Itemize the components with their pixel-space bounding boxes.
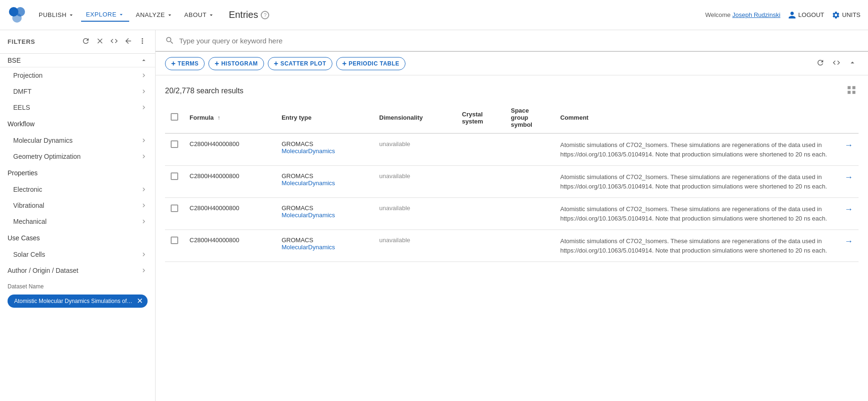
refresh-filter-button[interactable] bbox=[81, 36, 91, 48]
sidebar-item-author-origin[interactable]: Author / Origin / Dataset bbox=[0, 262, 155, 278]
top-navigation: PUBLISH EXPLORE ANALYZE ABOUT Entries ? … bbox=[0, 0, 868, 30]
sort-icon: ↑ bbox=[217, 115, 220, 121]
results-count: 20/2,778 search results bbox=[165, 87, 243, 95]
electronic-label: Electronic bbox=[13, 186, 42, 193]
nav-explore[interactable]: EXPLORE bbox=[81, 8, 129, 22]
code-icon bbox=[832, 58, 841, 67]
category-use-cases: Use Cases bbox=[0, 229, 155, 246]
use-cases-label: Use Cases bbox=[8, 234, 40, 242]
row-navigate-arrow[interactable]: → bbox=[844, 237, 853, 246]
chevron-right-icon bbox=[140, 88, 148, 95]
units-button[interactable]: UNITS bbox=[832, 11, 860, 19]
row-checkbox-cell[interactable] bbox=[165, 198, 184, 230]
row-entry-type: GROMACS MolecularDynamics bbox=[276, 133, 373, 166]
row-dimensionality: unavailable bbox=[373, 133, 456, 166]
row-dimensionality: unavailable bbox=[373, 230, 456, 262]
row-formula: C2800H40000800 bbox=[184, 230, 276, 262]
nav-publish[interactable]: PUBLISH bbox=[34, 8, 79, 21]
sidebar-item-geometry-optimization[interactable]: Geometry Optimization bbox=[0, 148, 155, 164]
grid-view-icon bbox=[846, 85, 857, 95]
add-histogram-button[interactable]: + HISTOGRAM bbox=[208, 57, 264, 70]
dataset-chip[interactable]: Atomistic Molecular Dynamics Simulations… bbox=[8, 295, 148, 308]
row-nav[interactable]: → bbox=[839, 166, 859, 198]
row-formula: C2800H40000800 bbox=[184, 166, 276, 198]
search-input[interactable] bbox=[179, 37, 859, 45]
geometry-optimization-label: Geometry Optimization bbox=[13, 153, 81, 160]
chevron-right-icon bbox=[140, 72, 148, 79]
sidebar-item-dmft[interactable]: DMFT bbox=[0, 83, 155, 99]
row-nav[interactable]: → bbox=[839, 230, 859, 262]
nav-about[interactable]: ABOUT bbox=[180, 8, 219, 21]
col-crystal-system: Crystalsystem bbox=[456, 102, 505, 133]
table-row: C2800H40000800 GROMACS MolecularDynamics… bbox=[165, 133, 859, 166]
add-terms-button[interactable]: + TERMS bbox=[165, 57, 205, 70]
svg-point-2 bbox=[12, 13, 22, 23]
help-icon[interactable]: ? bbox=[261, 11, 269, 19]
code-filter-button[interactable] bbox=[109, 36, 119, 48]
refresh-icon bbox=[82, 37, 90, 45]
row-navigate-arrow[interactable]: → bbox=[844, 140, 853, 150]
row-navigate-arrow[interactable]: → bbox=[844, 172, 853, 182]
chevron-right-icon bbox=[140, 153, 148, 160]
row-crystal-system bbox=[456, 133, 505, 166]
grid-view-button[interactable] bbox=[844, 83, 859, 98]
dmft-label: DMFT bbox=[13, 88, 32, 95]
user-name-link[interactable]: Joseph Rudzinski bbox=[732, 11, 780, 18]
sidebar-item-mechanical[interactable]: Mechanical bbox=[0, 213, 155, 229]
row-formula: C2800H40000800 bbox=[184, 198, 276, 230]
row-checkbox-cell[interactable] bbox=[165, 133, 184, 166]
sidebar-item-vibrational[interactable]: Vibrational bbox=[0, 197, 155, 213]
chevron-down-icon bbox=[68, 12, 74, 18]
table-row: C2800H40000800 GROMACS MolecularDynamics… bbox=[165, 230, 859, 262]
col-comment: Comment bbox=[554, 102, 839, 133]
close-filter-button[interactable] bbox=[95, 36, 105, 48]
nav-analyze[interactable]: ANALYZE bbox=[131, 8, 178, 21]
refresh-results-button[interactable] bbox=[814, 57, 827, 70]
more-vert-icon bbox=[138, 37, 147, 45]
more-filter-button[interactable] bbox=[137, 36, 148, 48]
row-comment: Atomistic simulations of C7O2_Isomers. T… bbox=[554, 198, 839, 230]
sidebar-item-molecular-dynamics[interactable]: Molecular Dynamics bbox=[0, 132, 155, 148]
row-nav[interactable]: → bbox=[839, 198, 859, 230]
col-formula[interactable]: Formula ↑ bbox=[184, 102, 276, 133]
sidebar-item-projection[interactable]: Projection bbox=[0, 67, 155, 83]
row-checkbox[interactable] bbox=[171, 172, 178, 180]
filters-title: FILTERS bbox=[8, 38, 35, 45]
refresh-icon bbox=[816, 58, 825, 67]
dataset-chip-close[interactable]: ✕ bbox=[137, 297, 143, 305]
row-checkbox-cell[interactable] bbox=[165, 166, 184, 198]
code-results-button[interactable] bbox=[830, 57, 843, 70]
sidebar-item-eels[interactable]: EELS bbox=[0, 99, 155, 115]
row-nav[interactable]: → bbox=[839, 133, 859, 166]
author-label: Author / Origin / Dataset bbox=[8, 267, 78, 274]
back-filter-button[interactable] bbox=[123, 36, 133, 48]
sidebar: FILTERS BSE bbox=[0, 30, 156, 401]
row-crystal-system bbox=[456, 166, 505, 198]
nav-right: Welcome Joseph Rudzinski LOGOUT UNITS bbox=[705, 11, 860, 19]
sidebar-item-electronic[interactable]: Electronic bbox=[0, 181, 155, 197]
add-periodic-table-button[interactable]: + PERIODIC TABLE bbox=[336, 57, 405, 70]
row-checkbox[interactable] bbox=[171, 205, 178, 212]
collapse-toolbar-button[interactable] bbox=[846, 57, 859, 70]
filter-bse-header[interactable]: BSE bbox=[0, 54, 155, 67]
row-entry-type: GROMACS MolecularDynamics bbox=[276, 166, 373, 198]
category-properties: Properties bbox=[0, 164, 155, 181]
results-table: Formula ↑ Entry type Dimensionality Crys… bbox=[165, 102, 859, 262]
sidebar-item-solar-cells[interactable]: Solar Cells bbox=[0, 246, 155, 262]
row-comment: Atomistic simulations of C7O2_Isomers. T… bbox=[554, 230, 839, 262]
logout-button[interactable]: LOGOUT bbox=[788, 11, 824, 19]
row-checkbox[interactable] bbox=[171, 140, 178, 148]
row-navigate-arrow[interactable]: → bbox=[844, 205, 853, 214]
row-space-group bbox=[505, 230, 554, 262]
chevron-down-icon bbox=[166, 12, 173, 18]
account-icon bbox=[788, 11, 796, 19]
properties-label: Properties bbox=[8, 169, 38, 177]
results-table-container: Formula ↑ Entry type Dimensionality Crys… bbox=[156, 102, 868, 262]
row-checkbox-cell[interactable] bbox=[165, 230, 184, 262]
row-checkbox[interactable] bbox=[171, 237, 178, 244]
chevron-up-icon bbox=[848, 58, 857, 67]
select-all-checkbox[interactable] bbox=[171, 113, 178, 121]
projection-label: Projection bbox=[13, 72, 42, 79]
select-all-header[interactable] bbox=[165, 102, 184, 133]
add-scatter-plot-button[interactable]: + SCATTER PLOT bbox=[268, 57, 332, 70]
